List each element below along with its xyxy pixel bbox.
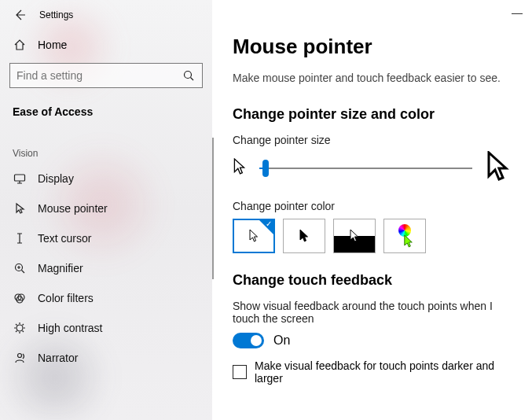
- sidebar-item-narrator[interactable]: Narrator: [0, 343, 212, 373]
- darker-larger-checkbox[interactable]: [233, 365, 247, 379]
- search-input[interactable]: [9, 63, 203, 88]
- touch-feedback-desc: Show visual feedback around the touch po…: [233, 300, 512, 325]
- sidebar-item-label: Display: [38, 172, 74, 185]
- magnifier-icon: [13, 261, 27, 275]
- sidebar: Settings Home Ease of Access Vision Disp…: [0, 0, 212, 420]
- color-filters-icon: [13, 291, 27, 305]
- pointer-color-inverted[interactable]: [333, 219, 376, 253]
- minimize-button[interactable]: —: [512, 6, 523, 19]
- home-icon: [13, 38, 27, 52]
- mouse-pointer-icon: [13, 201, 27, 216]
- cursor-large-icon: [485, 151, 512, 186]
- text-cursor-icon: [13, 231, 27, 245]
- sidebar-item-magnifier[interactable]: Magnifier: [0, 253, 212, 283]
- pointer-size-slider[interactable]: [259, 168, 472, 169]
- sidebar-item-mouse-pointer[interactable]: Mouse pointer: [0, 193, 212, 223]
- sidebar-item-label: Text cursor: [38, 232, 91, 245]
- section-touch: Change touch feedback: [233, 272, 512, 289]
- page-description: Make mouse pointer and touch feedback ea…: [233, 72, 512, 84]
- darker-larger-label: Make visual feedback for touch points da…: [255, 359, 512, 385]
- search-field[interactable]: [17, 69, 182, 82]
- high-contrast-icon: [13, 321, 27, 335]
- sidebar-item-label: Mouse pointer: [38, 202, 108, 215]
- back-icon[interactable]: [13, 8, 27, 22]
- svg-point-7: [18, 354, 22, 358]
- cursor-small-icon: [233, 158, 247, 179]
- search-icon: [182, 68, 196, 83]
- sidebar-item-label: Magnifier: [38, 262, 83, 274]
- pointer-color-label: Change pointer color: [233, 200, 512, 212]
- sidebar-home-label: Home: [38, 39, 67, 51]
- pointer-color-white[interactable]: [233, 219, 275, 253]
- pointer-size-label: Change pointer size: [233, 134, 512, 146]
- pointer-color-custom[interactable]: [383, 219, 426, 253]
- sidebar-category: Ease of Access: [0, 91, 212, 124]
- narrator-icon: [13, 351, 27, 365]
- display-icon: [13, 171, 27, 186]
- sidebar-item-label: Narrator: [38, 352, 78, 364]
- window-title: Settings: [39, 9, 73, 20]
- main-content: — Mouse pointer Make mouse pointer and t…: [212, 0, 532, 420]
- page-title: Mouse pointer: [233, 35, 512, 59]
- toggle-state-label: On: [273, 333, 290, 348]
- touch-feedback-toggle[interactable]: [233, 333, 264, 348]
- sidebar-item-display[interactable]: Display: [0, 164, 212, 193]
- sidebar-item-color-filters[interactable]: Color filters: [0, 283, 212, 313]
- svg-point-0: [185, 72, 192, 79]
- sidebar-item-text-cursor[interactable]: Text cursor: [0, 223, 212, 253]
- sidebar-item-label: Color filters: [38, 292, 94, 304]
- svg-point-6: [17, 325, 23, 331]
- section-size-color: Change pointer size and color: [233, 106, 512, 123]
- sidebar-item-label: High contrast: [38, 322, 102, 334]
- svg-rect-1: [15, 175, 25, 181]
- pointer-color-black[interactable]: [283, 219, 325, 253]
- sidebar-group: Vision: [0, 124, 212, 164]
- sidebar-item-high-contrast[interactable]: High contrast: [0, 313, 212, 343]
- sidebar-home[interactable]: Home: [0, 30, 212, 60]
- scroll-indicator: [212, 138, 214, 279]
